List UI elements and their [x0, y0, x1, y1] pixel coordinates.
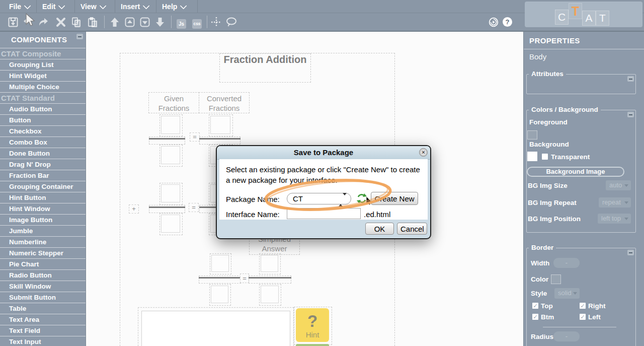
ok-button[interactable]: OK [365, 223, 394, 235]
numerator-box[interactable] [209, 114, 233, 136]
equals-sign[interactable]: = [190, 132, 200, 142]
denominator-input[interactable] [211, 286, 228, 303]
numerator-input[interactable] [161, 184, 180, 202]
denominator-box[interactable] [259, 284, 281, 306]
component-item[interactable]: Text Input [0, 336, 86, 346]
hint-button[interactable]: ? Hint [296, 308, 329, 342]
component-item[interactable]: Checkbox [0, 125, 86, 136]
component-item[interactable]: Jumble [0, 225, 86, 236]
menu-help[interactable]: Help [162, 0, 187, 13]
border-width-input[interactable]: - [553, 258, 580, 268]
snap-grid-icon[interactable] [211, 17, 222, 28]
denominator-box[interactable] [209, 284, 231, 306]
numerator-box[interactable] [159, 183, 183, 205]
component-item[interactable]: Numberline [0, 236, 86, 247]
numerator-box[interactable] [210, 253, 231, 274]
cancel-button[interactable]: Cancel [397, 223, 427, 235]
component-item[interactable]: Drag N' Drop [0, 159, 86, 170]
send-backward-icon[interactable] [139, 17, 150, 28]
component-item[interactable]: Combo Box [0, 136, 86, 148]
foreground-color-swatch[interactable] [527, 130, 537, 140]
copy-icon[interactable] [71, 17, 82, 28]
help-icon[interactable]: ? [503, 17, 514, 28]
fraction-bar[interactable] [249, 275, 291, 284]
denominator-input[interactable] [161, 215, 180, 233]
close-icon[interactable]: × [419, 148, 428, 157]
numerator-box[interactable] [159, 114, 183, 136]
move-down-icon[interactable] [154, 17, 166, 28]
menu-file[interactable]: File [9, 0, 31, 13]
border-btm-checkbox[interactable]: ✓ [532, 314, 538, 320]
given-fractions-label[interactable]: Given Fractions [148, 92, 199, 113]
bg-img-position-dropdown[interactable]: left top [598, 214, 631, 224]
denominator-input[interactable] [161, 146, 180, 164]
save-icon[interactable] [8, 17, 19, 28]
border-left-checkbox[interactable]: ✓ [580, 314, 586, 320]
bring-forward-icon[interactable] [124, 17, 135, 28]
plus-sign[interactable]: + [129, 204, 139, 214]
component-item[interactable]: Multiple Choice [0, 81, 86, 92]
hint-window-box[interactable] [138, 307, 294, 346]
hint-window-textarea[interactable] [141, 311, 290, 346]
component-item[interactable]: Hint Button [0, 192, 86, 203]
numerator-input[interactable] [161, 116, 180, 134]
converted-fractions-label[interactable]: Converted Fractions [199, 92, 250, 113]
component-item[interactable]: Done Button [0, 148, 86, 159]
paste-icon[interactable] [87, 17, 98, 28]
border-top-checkbox[interactable]: ✓ [532, 303, 538, 309]
equals-sign[interactable]: = [189, 203, 199, 212]
background-image-button[interactable]: Background Image [527, 167, 624, 177]
done-button-edge[interactable] [296, 344, 329, 346]
component-item[interactable]: Radio Button [0, 269, 86, 281]
denominator-box[interactable] [159, 145, 183, 167]
border-style-dropdown[interactable]: solid [554, 288, 580, 299]
component-item[interactable]: Submit Button [0, 292, 86, 303]
component-item[interactable]: Table [0, 303, 86, 314]
fraction-bar[interactable] [199, 275, 241, 284]
component-item[interactable]: Grouping List [0, 59, 86, 70]
numerator-input[interactable] [211, 255, 229, 272]
component-item[interactable]: Text Area [0, 314, 86, 325]
fraction-bar[interactable] [199, 136, 240, 145]
fraction-bar[interactable] [149, 205, 185, 213]
interface-title-box[interactable]: Fraction Addition [219, 53, 311, 83]
bg-img-size-dropdown[interactable]: auto [606, 180, 631, 190]
component-item[interactable]: Image Button [0, 214, 86, 225]
denominator-box[interactable] [159, 213, 183, 235]
component-item[interactable]: Grouping Container [0, 181, 86, 192]
collapse-colors-button[interactable] [627, 112, 634, 117]
move-up-icon[interactable] [109, 17, 120, 28]
menu-insert[interactable]: Insert [121, 0, 149, 13]
component-item[interactable]: Audio Button [0, 103, 86, 114]
numerator-box[interactable] [259, 253, 281, 274]
comment-icon[interactable] [225, 17, 236, 28]
tutor-icon[interactable] [489, 17, 500, 28]
component-item[interactable]: Text Field [0, 325, 86, 336]
css-badge[interactable]: css [192, 19, 202, 29]
interface-name-input[interactable] [287, 208, 361, 219]
menu-edit[interactable]: Edit [42, 0, 65, 13]
component-item[interactable]: Fraction Bar [0, 170, 86, 181]
js-badge[interactable]: Js [177, 19, 186, 29]
border-color-swatch[interactable] [551, 274, 561, 284]
collapse-attributes-button[interactable] [627, 76, 634, 82]
component-item[interactable]: Hint Widget [0, 70, 86, 81]
denominator-input[interactable] [261, 286, 279, 303]
transparent-checkbox[interactable] [542, 154, 548, 160]
component-item[interactable]: Button [0, 114, 86, 125]
border-right-checkbox[interactable]: ✓ [580, 303, 586, 309]
redo-icon[interactable] [37, 17, 48, 28]
component-item[interactable]: Pie Chart [0, 258, 86, 269]
component-item[interactable]: Skill Window [0, 281, 86, 292]
bg-img-repeat-dropdown[interactable]: repeat [599, 197, 631, 207]
equals-sign[interactable]: = [240, 273, 249, 283]
background-color-swatch[interactable] [527, 152, 537, 161]
fraction-bar[interactable] [149, 136, 185, 145]
component-item[interactable]: Hint Window [0, 203, 86, 214]
component-item[interactable]: Numeric Stepper [0, 247, 86, 258]
collapse-border-button[interactable] [627, 250, 634, 255]
menu-view[interactable]: View [80, 0, 106, 13]
delete-icon[interactable] [55, 17, 66, 28]
numerator-input[interactable] [261, 255, 278, 272]
collapse-panel-button[interactable] [76, 34, 83, 39]
